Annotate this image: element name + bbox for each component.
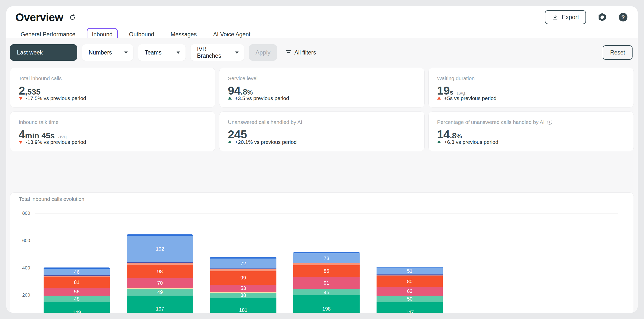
chevron-down-icon — [124, 51, 128, 54]
gear-icon[interactable] — [598, 12, 607, 22]
bar-segment: 50 — [376, 296, 443, 302]
main-panel: Overview Export — [6, 6, 638, 313]
bar-segment-value: 45 — [324, 290, 329, 295]
kpi-card: Unanswered calls handled by AI245+20.1% … — [219, 111, 424, 151]
bar-segment — [210, 269, 276, 269]
trend-text: +3.5 vs previous period — [235, 95, 289, 101]
bar-segment-value: 49 — [157, 289, 162, 295]
chevron-down-icon — [235, 51, 238, 54]
chart-title: Total inbound calls evolution — [19, 196, 84, 202]
kpi-value-part: s — [450, 89, 453, 96]
trend-up-icon — [228, 141, 232, 144]
kpi-trend: -17.5% vs previous period — [19, 95, 86, 101]
dashboard-page: { "app": { "title": "Overview" }, "heade… — [0, 0, 644, 319]
bar-segment — [44, 268, 110, 269]
bar-segment-value: 73 — [324, 256, 329, 261]
kpi-trend: -13.9% vs previous period — [19, 139, 86, 145]
bar-segment-value: 72 — [240, 261, 246, 267]
bar-segment: 81 — [44, 277, 110, 288]
bar-slot: 18138539972Jan 14 — [202, 213, 285, 313]
content-area: Last week Numbers Teams IVR Branches App… — [6, 38, 638, 313]
bar-segment-value: 53 — [240, 286, 246, 291]
kpi-trend: +6.3 vs previous period — [437, 139, 498, 145]
numbers-filter-dropdown[interactable]: Numbers — [82, 44, 133, 61]
kpi-value-part: % — [247, 89, 253, 96]
bar-segment — [210, 269, 276, 271]
filter-bar: Last week Numbers Teams IVR Branches App… — [10, 44, 634, 61]
kpi-label: Inbound talk time — [19, 119, 58, 125]
bar-segment-value: 99 — [240, 275, 246, 281]
bar-segment-value: 91 — [324, 280, 329, 286]
bar-segment-value: 51 — [407, 268, 412, 274]
teams-filter-label: Teams — [145, 49, 162, 56]
bar-segment: 48 — [44, 296, 110, 302]
kpi-avg-suffix: avg. — [58, 134, 68, 140]
period-filter[interactable]: Last week — [10, 44, 77, 61]
trend-up-icon — [228, 97, 232, 100]
kpi-card: Service level94.8%+3.5 vs previous perio… — [219, 68, 424, 107]
bar-segment-value: 81 — [74, 280, 80, 285]
y-axis-tick: 800 — [12, 211, 30, 216]
bar-segment — [210, 292, 276, 293]
kpi-card: Waiting duration19savg.+5s vs previous p… — [428, 68, 634, 107]
bar-segment: 72 — [210, 259, 276, 269]
kpi-label: Unanswered calls handled by AI — [228, 119, 302, 125]
all-filters-button[interactable]: All filters — [286, 49, 316, 56]
period-filter-label: Last week — [17, 49, 43, 56]
bar-slot: 14750638051Jan 16 — [368, 213, 451, 313]
bar-segment — [376, 276, 443, 276]
bar-segment-value: 86 — [324, 268, 329, 274]
bar-segment-value: 197 — [156, 306, 164, 312]
bar-segment: 73 — [293, 253, 360, 263]
bar-segment-value: 56 — [74, 289, 80, 295]
bar-segment — [293, 263, 360, 265]
reset-button[interactable]: Reset — [603, 45, 632, 60]
export-label: Export — [562, 14, 579, 21]
refresh-icon[interactable] — [69, 14, 76, 21]
trend-down-icon — [19, 97, 23, 100]
stacked-bar-jan-12: 14948568146 — [44, 268, 110, 313]
stacked-bar-jan-14: 18138539972 — [210, 257, 276, 313]
header: Overview Export — [6, 6, 638, 38]
trend-up-icon — [437, 141, 441, 144]
bar-segment: 49 — [127, 289, 193, 296]
bar-slot: 197497098192Jan 13 — [118, 213, 202, 313]
bar-segment-value: 98 — [157, 269, 162, 275]
bar-segment — [376, 267, 443, 268]
bar-segment-value: 48 — [74, 296, 80, 302]
bar-segment-value: 198 — [322, 306, 330, 312]
bar-segment: 45 — [293, 289, 360, 296]
bar-segment: 46 — [44, 269, 110, 275]
export-button[interactable]: Export — [545, 10, 586, 24]
info-icon[interactable]: i — [547, 120, 552, 125]
y-axis-tick: 200 — [12, 292, 30, 298]
kpi-value-part: % — [456, 133, 462, 140]
bar-segment-value: 181 — [239, 307, 247, 313]
bar-segment: 38 — [210, 293, 276, 298]
kpi-trend: +20.1% vs previous period — [228, 139, 296, 145]
ivr-branches-filter-label: IVR Branches — [197, 46, 228, 59]
trend-text: +6.3 vs previous period — [444, 139, 498, 145]
bar-slot: 14948568146Jan 12 — [35, 213, 118, 313]
bar-segment-value: 149 — [72, 310, 81, 313]
bar-segment: 70 — [127, 278, 193, 288]
bar-segment: 56 — [44, 288, 110, 296]
bar-segment: 80 — [376, 276, 443, 287]
download-icon — [552, 14, 558, 20]
page-title: Overview — [16, 11, 63, 24]
trend-text: +5s vs previous period — [444, 95, 496, 101]
apply-button[interactable]: Apply — [249, 44, 277, 61]
bar-segment — [127, 288, 193, 289]
ivr-branches-filter-dropdown[interactable]: IVR Branches — [190, 44, 244, 61]
kpi-label: Service level — [228, 75, 258, 81]
trend-down-icon — [19, 141, 23, 144]
teams-filter-dropdown[interactable]: Teams — [138, 44, 186, 61]
svg-text:?: ? — [621, 14, 625, 20]
bar-segment — [44, 276, 110, 277]
bar-segment: 98 — [127, 265, 193, 278]
chart-card: Total inbound calls evolution 0200400600… — [10, 192, 634, 313]
bar-segment: 53 — [210, 285, 276, 292]
bar-segment-value: 192 — [156, 246, 164, 252]
kpi-card: Inbound talk time4min 45savg.-13.9% vs p… — [10, 111, 216, 151]
help-icon[interactable]: ? — [618, 12, 628, 22]
